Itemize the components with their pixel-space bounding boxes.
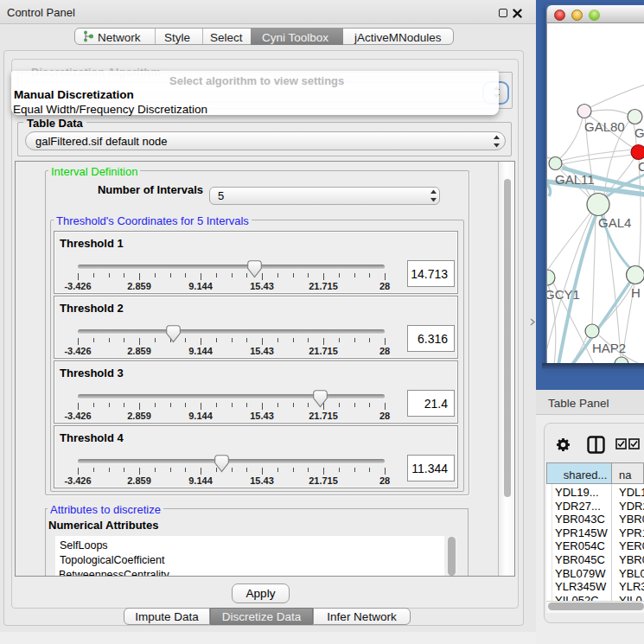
svg-text:GAL80: GAL80 [584, 119, 625, 134]
svg-text:C: C [638, 159, 644, 174]
svg-text:HAP2: HAP2 [592, 341, 626, 355]
svg-text:GAL4: GAL4 [598, 215, 631, 230]
svg-text:GA: GA [634, 125, 644, 140]
svg-text:GAL11: GAL11 [555, 172, 595, 187]
svg-text:GCY1: GCY1 [547, 287, 580, 302]
svg-text:H: H [631, 285, 641, 300]
